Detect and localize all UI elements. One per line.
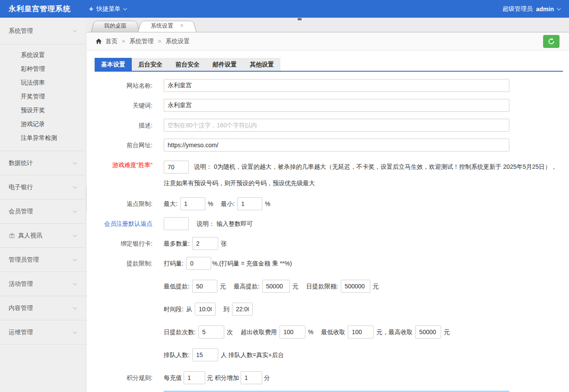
excess-fee-input[interactable]	[280, 326, 305, 338]
dama-note: %,(打码量 = 充值金额 乘 **%)	[212, 257, 292, 270]
form-row: 返点限制: 最大: % 最小: %	[95, 197, 563, 210]
queue-label: 排队人数:	[164, 348, 190, 361]
brand-title: 永利皇宫管理系统	[9, 4, 71, 14]
tab-other-settings[interactable]: 其他设置	[243, 58, 280, 71]
points-per-input[interactable]	[184, 371, 205, 384]
plus-icon: +	[89, 5, 93, 13]
min-fee-input[interactable]	[348, 326, 374, 338]
rebate-min-input[interactable]	[237, 197, 262, 210]
times-unit: 次	[227, 326, 233, 338]
close-icon[interactable]: ×	[180, 22, 184, 29]
percent-unit: %	[265, 197, 270, 210]
max-fee-input[interactable]	[415, 326, 441, 338]
sidebar-item-label: 运维管理	[9, 329, 33, 336]
breadcrumb-bar: 首页 > 系统管理 > 系统设置	[87, 32, 569, 51]
home-icon[interactable]	[95, 38, 102, 44]
quick-menu-button[interactable]: + 快捷菜单	[89, 5, 127, 13]
tab-basic-settings[interactable]: 基本设置	[95, 58, 132, 71]
site-name-input[interactable]	[164, 79, 509, 92]
tab-system-settings[interactable]: 系统设置 ×	[138, 19, 197, 32]
tab-label: 我的桌面	[104, 22, 127, 29]
sidebar-item-lottery-management[interactable]: 彩种管理	[0, 62, 86, 76]
yuan-unit: 元	[444, 326, 450, 338]
withdraw-max-input[interactable]	[262, 280, 290, 293]
queue-input[interactable]	[192, 348, 218, 361]
sidebar-item-game-records[interactable]: 游戏记录	[0, 117, 86, 131]
chevron-down-icon	[73, 160, 77, 164]
tab-my-desktop[interactable]: 我的桌面	[91, 19, 140, 32]
user-menu[interactable]: 超级管理员 admin	[502, 5, 560, 13]
points-add-input[interactable]	[241, 371, 262, 384]
sidebar-item-play-odds[interactable]: 玩法倍率	[0, 76, 86, 89]
chevron-down-icon	[73, 281, 77, 285]
time-to-input[interactable]	[232, 303, 253, 316]
form-row: 会员注册默认返点 说明： 输入整数即可	[95, 217, 563, 230]
refresh-button[interactable]	[543, 35, 559, 48]
form-row: 日提款次数: 次 超出收取费用 % 最低收取 元，最高收取 元	[95, 326, 563, 338]
form-row: 网站名称:	[95, 79, 563, 92]
sidebar-item-system-management[interactable]: 系统管理	[0, 18, 86, 44]
sidebar-item-ops-management[interactable]: 运维管理	[0, 320, 86, 345]
chevron-down-icon	[73, 329, 77, 334]
tab-frontend-security[interactable]: 前台安全	[169, 58, 206, 71]
sidebar-item-live-video[interactable]: 真人视讯	[0, 224, 86, 248]
points-add-unit: 分	[264, 371, 270, 384]
excess-fee-label: 超出收取费用	[241, 326, 277, 338]
keywords-label: 关键词:	[95, 99, 164, 112]
time-from-input[interactable]	[195, 303, 216, 316]
front-url-input[interactable]	[164, 139, 509, 152]
min-fee-label: 最低收取	[321, 326, 345, 338]
sidebar-item-label: 真人视讯	[18, 232, 42, 240]
sidebar-item-label: 管理员管理	[9, 256, 39, 264]
sidebar-item-label: 电子银行	[9, 183, 33, 191]
points-per-label: 每充值	[164, 371, 182, 384]
sidebar-item-data-statistics[interactable]: 数据统计	[0, 151, 86, 175]
breadcrumb-system-settings[interactable]: 系统设置	[165, 38, 190, 45]
sidebar-item-ebank[interactable]: 电子银行	[0, 175, 86, 199]
keywords-input[interactable]	[164, 99, 509, 112]
sidebar-item-preset-draw[interactable]: 预设开奖	[0, 103, 86, 117]
sidebar-item-activity-management[interactable]: 活动管理	[0, 272, 86, 296]
withdraw-daily-input[interactable]	[341, 280, 370, 293]
tab-mail-settings[interactable]: 邮件设置	[206, 58, 243, 71]
default-rebate-input[interactable]	[164, 217, 189, 230]
withdraw-limit-label: 提款限制:	[95, 257, 164, 270]
bank-card-max-input[interactable]	[192, 237, 218, 250]
main-area: 我的桌面 系统设置 × 首页 > 系统管理 > 系统设置	[87, 18, 569, 392]
dama-label: 打码量:	[164, 257, 184, 270]
withdraw-times-input[interactable]	[198, 326, 224, 338]
breadcrumb: 首页 > 系统管理 > 系统设置	[95, 38, 190, 45]
sidebar-item-draw-management[interactable]: 开奖管理	[0, 89, 86, 103]
form-row: 积分规则: 每充值 元 积分增加 分	[95, 371, 563, 384]
default-rebate-label[interactable]: 会员注册默认返点	[95, 217, 164, 230]
default-rebate-note: 说明： 输入整数即可	[197, 217, 253, 230]
breadcrumb-home[interactable]: 首页	[105, 38, 118, 45]
rebate-max-input[interactable]	[180, 197, 205, 210]
sidebar-item-label: 活动管理	[9, 280, 33, 288]
breadcrumb-system-management[interactable]: 系统管理	[130, 38, 154, 45]
top-header: 永利皇宫管理系统 + 快捷菜单 超级管理员 admin	[0, 0, 569, 18]
difficulty-input[interactable]	[164, 161, 189, 174]
sidebar-item-content-management[interactable]: 内容管理	[0, 296, 86, 320]
withdraw-min-input[interactable]	[192, 280, 217, 293]
sidebar-item-label: 内容管理	[9, 304, 33, 312]
dama-input[interactable]	[186, 257, 211, 270]
chevron-down-icon	[123, 6, 127, 10]
sidebar-item-system-settings[interactable]: 系统设置	[0, 48, 86, 62]
queue-note: 人 排队人数=真实+后台	[221, 348, 284, 361]
sidebar-item-label: 会员管理	[9, 208, 33, 215]
settings-panel: 基本设置 后台安全 前台安全 邮件设置 其他设置 网站名称: 关键词: 描述:	[87, 51, 569, 392]
description-input[interactable]	[164, 119, 509, 132]
basic-settings-form: 网站名称: 关键词: 描述: 前台网址: 游戏难度“胜率“	[95, 72, 563, 392]
chevron-down-icon	[73, 209, 77, 213]
breadcrumb-separator: >	[158, 38, 162, 44]
front-url-label: 前台网址:	[95, 139, 164, 152]
difficulty-label: 游戏难度“胜率“	[95, 158, 164, 191]
chevron-down-icon	[73, 184, 77, 189]
tab-backend-security[interactable]: 后台安全	[132, 58, 169, 71]
sidebar-item-bet-anomaly-check[interactable]: 注单异常检测	[0, 131, 86, 145]
sidebar-item-admin-management[interactable]: 管理员管理	[0, 248, 86, 272]
points-per-unit: 元 积分增加	[207, 371, 239, 384]
sidebar-item-member-management[interactable]: 会员管理	[0, 199, 86, 224]
chevron-down-icon	[73, 305, 77, 310]
